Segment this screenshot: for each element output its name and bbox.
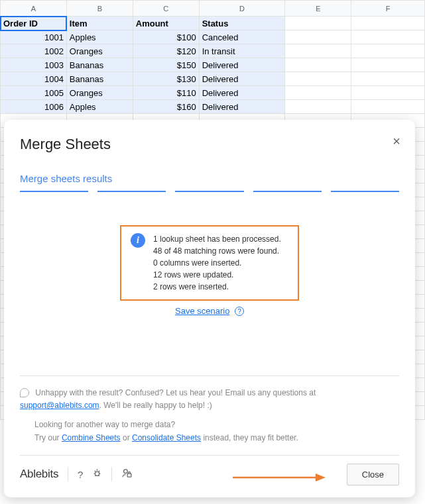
consolidate-sheets-link[interactable]: Consolidate Sheets	[132, 433, 201, 442]
table-row: 1001Apples$100Canceled	[1, 30, 425, 44]
table-row: 1003Bananas$150Delivered	[1, 58, 425, 72]
close-button[interactable]: Close	[347, 464, 399, 485]
column-header-row: A B C D E F	[1, 1, 425, 17]
help-icon[interactable]: ?	[235, 307, 244, 316]
cell-c1[interactable]: Amount	[133, 17, 199, 30]
result-summary-box: i 1 lookup sheet has been processed. 48 …	[120, 225, 299, 301]
col-header-a[interactable]: A	[1, 1, 67, 17]
cell-f1[interactable]	[351, 17, 425, 30]
col-header-f[interactable]: F	[351, 1, 425, 17]
table-row: 1005Oranges$110Delivered	[1, 86, 425, 100]
cell-e1[interactable]	[285, 17, 351, 30]
table-header-row: Order ID Item Amount Status	[1, 17, 425, 30]
dialog-bottom-bar: Ablebits ? Close	[20, 455, 399, 493]
result-line: 1 lookup sheet has been processed.	[153, 233, 281, 245]
chat-icon	[20, 388, 29, 397]
brand-label: Ablebits	[20, 468, 58, 481]
combine-sheets-link[interactable]: Combine Sheets	[62, 433, 121, 442]
info-icon: i	[131, 233, 145, 248]
bug-icon[interactable]	[92, 468, 102, 480]
cell-a1[interactable]: Order ID	[1, 17, 67, 30]
result-line: 2 rows were inserted.	[153, 281, 281, 293]
svg-rect-2	[128, 474, 132, 477]
result-line: 48 of 48 matching rows were found.	[153, 245, 281, 257]
progress-steps	[20, 191, 399, 192]
result-line: 0 columns were inserted.	[153, 257, 281, 269]
close-icon[interactable]: ×	[393, 134, 400, 148]
result-line: 12 rows were updated.	[153, 269, 281, 281]
dialog-title: Merge Sheets	[20, 136, 399, 153]
support-email-link[interactable]: support@ablebits.com	[20, 401, 99, 410]
cell-b1[interactable]: Item	[66, 17, 133, 30]
svg-point-1	[124, 470, 128, 474]
help-question-icon[interactable]: ?	[78, 469, 83, 480]
table-row: 1004Bananas$130Delivered	[1, 72, 425, 86]
footer-help-text: Unhappy with the result? Confused? Let u…	[20, 376, 399, 444]
save-scenario-row: Save scenario ?	[20, 306, 399, 316]
col-header-e[interactable]: E	[285, 1, 351, 17]
table-row: 1002Oranges$120In transit	[1, 44, 425, 58]
col-header-b[interactable]: B	[66, 1, 133, 17]
col-header-d[interactable]: D	[199, 1, 285, 17]
result-lines: 1 lookup sheet has been processed. 48 of…	[153, 233, 281, 293]
col-header-c[interactable]: C	[133, 1, 199, 17]
merge-sheets-dialog: Merge Sheets × Merge sheets results i 1 …	[4, 120, 415, 497]
user-lock-icon[interactable]	[121, 468, 133, 481]
table-row: 1006Apples$160Delivered	[1, 100, 425, 114]
dialog-subtitle: Merge sheets results	[20, 173, 399, 184]
cell-d1[interactable]: Status	[199, 17, 285, 30]
save-scenario-link[interactable]: Save scenario	[175, 306, 229, 316]
